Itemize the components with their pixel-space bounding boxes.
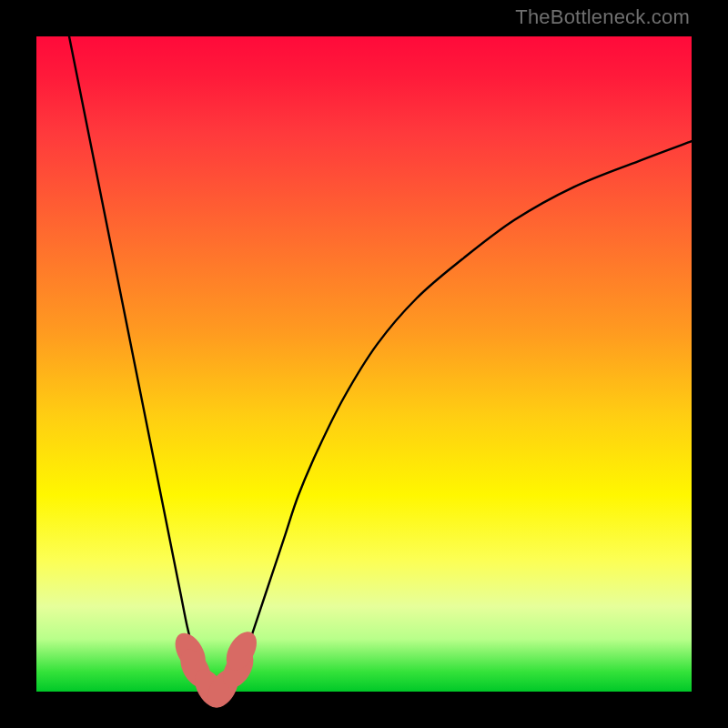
chart-frame: TheBottleneck.com [0,0,728,728]
data-markers [169,626,263,713]
curve-svg [36,36,692,692]
watermark-text: TheBottleneck.com [515,5,690,29]
bottleneck-curve [69,36,692,693]
plot-area [36,36,692,692]
